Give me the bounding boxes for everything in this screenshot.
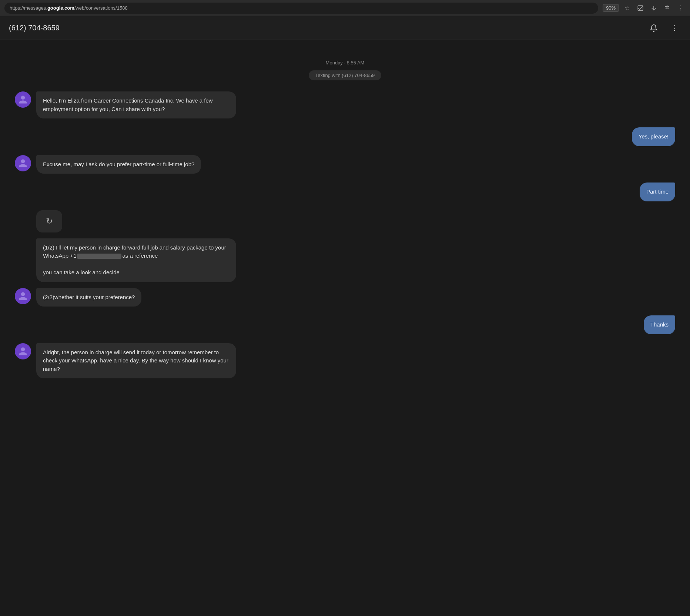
bookmark-icon[interactable]: ☆: [622, 3, 632, 13]
message-row: Alright, the person in charge will send …: [15, 343, 675, 379]
chat-area: Monday · 8:55 AM Texting with (612) 704-…: [0, 40, 690, 616]
message-row: Excuse me, may I ask do you prefer part-…: [15, 155, 675, 174]
url-prefix: https://messages.: [10, 5, 47, 11]
message-row: Yes, please!: [15, 127, 675, 146]
contact-name: (612) 704-8659: [9, 24, 647, 32]
incoming-bubble: Alright, the person in charge will send …: [36, 343, 236, 379]
incoming-bubble: (2/2)whether it suits your preference?: [36, 288, 141, 307]
message-row: (2/2)whether it suits your preference?: [15, 288, 675, 307]
message-row: Part time: [15, 183, 675, 201]
extension-icon[interactable]: [662, 3, 672, 13]
message-row-group: (1/2) I'll let my person in charge forwa…: [15, 238, 675, 282]
avatar: [15, 343, 31, 359]
message-row: Thanks: [15, 315, 675, 334]
svg-point-3: [674, 30, 675, 31]
texting-info: Texting with (612) 704-8659: [15, 70, 675, 80]
timestamp-text: Monday · 8:55 AM: [326, 60, 365, 66]
incoming-bubble: Excuse me, may I ask do you prefer part-…: [36, 155, 201, 174]
avatar: [15, 91, 31, 108]
more-options-icon[interactable]: [668, 21, 681, 35]
svg-point-2: [674, 27, 675, 29]
outgoing-bubble: Yes, please!: [632, 127, 675, 146]
redacted-number: [77, 254, 121, 259]
spinner-bubble: ↻: [36, 210, 62, 232]
texting-badge: Texting with (612) 704-8659: [309, 70, 381, 80]
avatar: [15, 155, 31, 171]
url-path: /web/conversations/1588: [74, 5, 128, 11]
avatar: [15, 288, 31, 304]
outgoing-bubble: Thanks: [644, 315, 675, 334]
svg-rect-0: [638, 6, 643, 11]
browser-bar: https://messages.google.com/web/conversa…: [0, 0, 690, 16]
download-icon[interactable]: [649, 3, 659, 13]
browser-actions: 90% ☆ ⋮: [603, 3, 686, 13]
timestamp: Monday · 8:55 AM: [15, 59, 675, 66]
url-bar[interactable]: https://messages.google.com/web/conversa…: [4, 3, 598, 14]
spinner-message-row: ↻: [36, 210, 675, 235]
menu-icon[interactable]: ⋮: [675, 3, 686, 13]
message-row-no-avatar: (1/2) I'll let my person in charge forwa…: [36, 238, 675, 282]
outgoing-bubble: Part time: [640, 183, 675, 201]
save-icon[interactable]: [635, 3, 646, 13]
zoom-level[interactable]: 90%: [603, 4, 619, 12]
url-domain: google.com: [47, 5, 74, 11]
notification-bell-icon[interactable]: [647, 21, 660, 35]
svg-point-1: [674, 25, 675, 26]
message-row: Hello, I'm Eliza from Career Connections…: [15, 91, 675, 118]
app-header: (612) 704-8659: [0, 16, 690, 40]
header-icons: [647, 21, 681, 35]
incoming-bubble: Hello, I'm Eliza from Career Connections…: [36, 91, 236, 118]
incoming-bubble: (1/2) I'll let my person in charge forwa…: [36, 238, 236, 282]
